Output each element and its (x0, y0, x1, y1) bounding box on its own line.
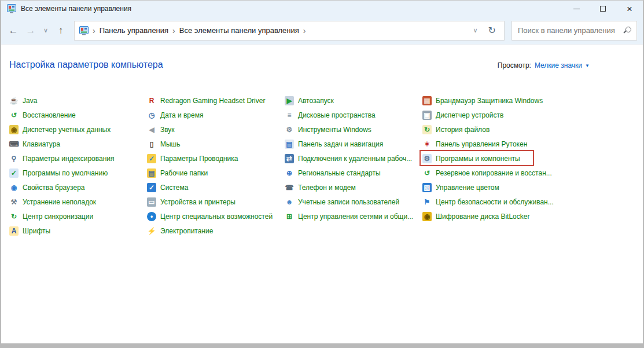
control-panel-item[interactable]: ⚑Центр безопасности и обслуживан... (422, 195, 560, 209)
minimize-icon (573, 9, 580, 9)
back-button[interactable]: ← (5, 22, 22, 39)
maximize-icon (600, 6, 606, 12)
item-label: Свойства браузера (23, 184, 85, 192)
device-manager-icon: ▣ (422, 111, 432, 120)
control-panel-item[interactable]: ▤Панель задач и навигация (285, 137, 422, 151)
control-panel-item[interactable]: ↻История файлов (422, 122, 560, 137)
item-label: Дата и время (160, 111, 203, 119)
control-panel-item[interactable]: ▭Устройства и принтеры (147, 195, 285, 209)
programs-features-icon: ⚙ (422, 154, 432, 163)
item-label: Центр управления сетями и общи... (298, 213, 413, 221)
fonts-icon: A (9, 226, 19, 236)
navigation-bar: ← → ∨ ↑ › Панель управления › Все элемен… (1, 17, 643, 45)
minimize-button[interactable] (563, 1, 590, 17)
control-panel-item[interactable]: ⚙Программы и компоненты (422, 151, 560, 166)
maximize-button[interactable] (590, 1, 616, 17)
up-button[interactable]: ↑ (52, 22, 69, 39)
control-panel-item[interactable]: ▯Мышь (147, 137, 285, 151)
security-maintenance-icon: ⚑ (422, 197, 432, 207)
item-label: Брандмауэр Защитника Windows (436, 97, 543, 105)
java-icon: ☕ (9, 96, 19, 105)
sound-icon: ◀ (147, 125, 156, 134)
sync-center-icon: ↻ (9, 212, 19, 221)
phone-modem-icon: ☎ (285, 183, 294, 192)
control-panel-icon (7, 4, 16, 13)
control-panel-item[interactable]: ✓Система (147, 180, 285, 195)
item-label: Учетные записи пользователей (298, 198, 399, 206)
up-icon: ↑ (58, 25, 64, 36)
control-panel-item[interactable]: ☎Телефон и модем (285, 180, 422, 195)
item-label: Автозапуск (298, 97, 334, 105)
window-title: Все элементы панели управления (21, 5, 563, 13)
control-panel-item[interactable]: ⚲Параметры индексирования (9, 151, 147, 166)
item-label: Параметры Проводника (160, 155, 238, 163)
control-panel-item[interactable]: RRedragon Gaming Headset Driver (147, 93, 285, 108)
page-title: Настройка параметров компьютера (9, 60, 163, 70)
system-icon: ✓ (147, 183, 156, 192)
control-panel-item[interactable]: ▣Диспетчер устройств (422, 108, 560, 122)
control-panel-item[interactable]: ✓Программы по умолчанию (9, 166, 147, 180)
explorer-options-icon: ✓ (147, 154, 156, 163)
mouse-icon: ▯ (147, 140, 156, 149)
control-panel-item[interactable]: ⊕Региональные стандарты (285, 166, 422, 180)
refresh-button[interactable]: ↻ (485, 25, 499, 36)
control-panel-item[interactable]: ◉Свойства браузера (9, 180, 147, 195)
view-dropdown[interactable]: Мелкие значки ▼ (535, 61, 590, 69)
control-panel-item[interactable]: ▶Автозапуск (285, 93, 422, 108)
control-panel-item[interactable]: ✓Параметры Проводника (147, 151, 285, 166)
control-panel-item[interactable]: ⚒Устранение неполадок (9, 195, 147, 209)
titlebar: Все элементы панели управления × (1, 1, 643, 17)
item-label: Региональные стандарты (298, 169, 381, 177)
control-panel-item[interactable]: ✶Панель управления Рутокен (422, 137, 560, 151)
item-label: Электропитание (160, 227, 213, 235)
control-panel-item[interactable]: ◷Дата и время (147, 108, 285, 122)
taskbar-icon: ▤ (285, 140, 294, 149)
bitlocker-icon: ◉ (422, 212, 432, 221)
item-label: Шрифты (23, 227, 50, 235)
close-button[interactable]: × (616, 1, 643, 17)
recovery-icon: ↺ (9, 111, 19, 120)
control-panel-item[interactable]: ⇄Подключения к удаленным рабоч... (285, 151, 422, 166)
control-panel-item[interactable]: ↺Резервное копирование и восстан... (422, 166, 560, 180)
item-label: Устранение неполадок (23, 198, 96, 206)
control-panel-item[interactable]: ◉Диспетчер учетных данных (9, 122, 147, 137)
devices-printers-icon: ▭ (147, 197, 156, 207)
control-panel-item[interactable]: AШрифты (9, 224, 147, 238)
caret-down-icon: ▼ (585, 63, 590, 68)
control-panel-item[interactable]: •Центр специальных возможностей (147, 209, 285, 224)
breadcrumb-chevron-icon: › (89, 26, 100, 35)
control-panel-item[interactable]: ↻Центр синхронизации (9, 209, 147, 224)
item-label: Диспетчер учетных данных (23, 126, 111, 134)
control-panel-item[interactable]: ☕Java (9, 93, 147, 108)
control-panel-item[interactable]: ↺Восстановление (9, 108, 147, 122)
address-bar[interactable]: › Панель управления › Все элементы панел… (74, 21, 505, 41)
control-panel-item[interactable]: ⚙Инструменты Windows (285, 122, 422, 137)
control-panel-item[interactable]: ≡Дисковые пространства (285, 108, 422, 122)
breadcrumb-all-items[interactable]: Все элементы панели управления (179, 26, 299, 35)
ease-of-access-icon: • (147, 212, 156, 221)
control-panel-item[interactable]: ⊞Центр управления сетями и общи... (285, 209, 422, 224)
control-panel-item[interactable]: ⌨Клавиатура (9, 137, 147, 151)
item-label: Центр синхронизации (23, 213, 93, 221)
control-panel-item[interactable]: ⚡Электропитание (147, 224, 285, 238)
region-icon: ⊕ (285, 168, 294, 178)
search-box[interactable] (511, 21, 637, 41)
control-panel-item[interactable]: ▧Управление цветом (422, 180, 560, 195)
search-icon[interactable] (623, 26, 632, 35)
item-label: Система (160, 184, 188, 192)
item-label: Мышь (160, 140, 181, 148)
address-dropdown-button[interactable]: ∨ (466, 27, 485, 34)
search-input[interactable] (518, 26, 623, 35)
control-panel-item[interactable]: ◀Звук (147, 122, 285, 137)
recent-locations-button[interactable]: ∨ (39, 22, 52, 39)
breadcrumb-control-panel[interactable]: Панель управления (100, 26, 168, 35)
control-panel-item[interactable]: ◉Шифрование диска BitLocker (422, 209, 560, 224)
forward-icon: → (26, 25, 36, 36)
control-panel-item[interactable]: ▤Рабочие папки (147, 166, 285, 180)
work-folders-icon: ▤ (147, 168, 156, 178)
remote-desktop-icon: ⇄ (285, 154, 294, 163)
forward-button[interactable]: → (22, 22, 39, 39)
control-panel-item[interactable]: ▦Брандмауэр Защитника Windows (422, 93, 560, 108)
control-panel-item[interactable]: ☻Учетные записи пользователей (285, 195, 422, 209)
color-management-icon: ▧ (422, 183, 432, 192)
